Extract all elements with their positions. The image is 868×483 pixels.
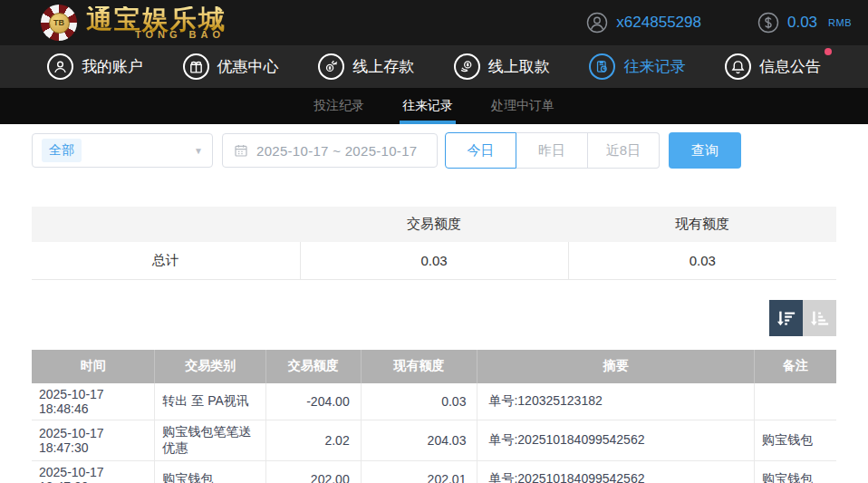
category-select[interactable]: 全部 ▼ bbox=[32, 133, 213, 168]
bell-icon bbox=[725, 53, 751, 80]
site-logo[interactable]: TB 通宝娱乐城 TONG BAO bbox=[41, 5, 227, 41]
search-button[interactable]: 查询 bbox=[669, 132, 741, 169]
sub-navigation: 投注纪录 往来记录 处理中订单 bbox=[0, 88, 868, 124]
cell-amount: 202.00 bbox=[265, 460, 361, 483]
top-header: TB 通宝娱乐城 TONG BAO x624855298 0.03 RMB bbox=[0, 0, 868, 45]
summary-header-transaction: 交易额度 bbox=[300, 207, 568, 242]
tab-processing-orders[interactable]: 处理中订单 bbox=[488, 88, 557, 124]
quick-date-button-group: 今日 昨日 近8日 bbox=[445, 132, 660, 169]
cell-summary: 单号:120325123182 bbox=[477, 383, 754, 420]
col-header-balance: 现有额度 bbox=[361, 350, 477, 383]
col-header-time: 时间 bbox=[32, 350, 155, 383]
sort-ascending-button[interactable] bbox=[803, 300, 836, 336]
cell-type: 购宝钱包 bbox=[155, 460, 266, 483]
table-row: 2025-10-17 18:47:30 购宝钱包 202.00 202.01 单… bbox=[32, 460, 836, 483]
nav-withdraw[interactable]: 线上取款 bbox=[454, 53, 550, 80]
user-circle-icon bbox=[586, 12, 608, 34]
nav-my-account[interactable]: 我的账户 bbox=[47, 53, 143, 80]
sort-controls bbox=[32, 300, 836, 336]
chevron-down-icon: ▼ bbox=[194, 146, 203, 156]
currency-label: RMB bbox=[828, 17, 852, 28]
nav-transaction-records[interactable]: 往来记录 bbox=[589, 53, 685, 80]
col-header-amount: 交易额度 bbox=[265, 350, 361, 383]
summary-total-label: 总计 bbox=[32, 242, 300, 279]
gift-icon bbox=[183, 53, 209, 80]
records-table: 时间 交易类别 交易额度 现有额度 摘要 备注 2025-10-17 18:48… bbox=[32, 350, 836, 483]
summary-header-balance: 现有额度 bbox=[568, 207, 836, 242]
dollar-circle-icon bbox=[757, 12, 779, 34]
col-header-summary: 摘要 bbox=[477, 350, 754, 383]
cell-summary: 单号:202510184099542562 bbox=[477, 420, 754, 460]
nav-promotions[interactable]: 优惠中心 bbox=[183, 53, 279, 80]
cell-time: 2025-10-17 18:47:30 bbox=[32, 420, 155, 460]
summary-balance-total: 0.03 bbox=[568, 242, 836, 279]
summary-transaction-total: 0.03 bbox=[300, 242, 568, 279]
tab-transaction-records[interactable]: 往来记录 bbox=[400, 88, 456, 124]
username-text: x624855298 bbox=[616, 14, 701, 32]
balance-amount: 0.03 bbox=[787, 14, 817, 32]
last-8-days-button[interactable]: 近8日 bbox=[588, 132, 660, 169]
chip-core-label: TB bbox=[49, 13, 70, 34]
cell-remark: 购宝钱包 bbox=[754, 460, 836, 483]
cell-time: 2025-10-17 18:47:30 bbox=[32, 460, 155, 483]
records-icon bbox=[589, 53, 615, 80]
main-navigation: 我的账户 优惠中心 线上存款 线上取款 bbox=[0, 45, 868, 88]
filter-row: 全部 ▼ 2025-10-17 ~ 2025-10-17 今日 昨日 近8日 查… bbox=[32, 132, 836, 169]
account-balance[interactable]: 0.03 RMB bbox=[757, 12, 852, 34]
cell-balance: 204.03 bbox=[361, 420, 477, 460]
calendar-icon bbox=[234, 143, 248, 158]
date-range-value: 2025-10-17 ~ 2025-10-17 bbox=[256, 143, 417, 159]
table-row: 2025-10-17 18:48:46 转出 至 PA视讯 -204.00 0.… bbox=[32, 383, 836, 420]
cell-type: 购宝钱包笔笔送优惠 bbox=[155, 420, 266, 460]
withdraw-icon bbox=[454, 53, 480, 80]
cell-balance: 202.01 bbox=[361, 460, 477, 483]
cell-amount: 2.02 bbox=[265, 420, 361, 460]
summary-header-empty bbox=[32, 207, 300, 242]
summary-total-row: 总计 0.03 0.03 bbox=[32, 242, 836, 279]
sort-ascending-icon bbox=[810, 308, 830, 328]
sort-descending-icon bbox=[776, 308, 796, 328]
account-username[interactable]: x624855298 bbox=[586, 12, 701, 34]
content-area: 全部 ▼ 2025-10-17 ~ 2025-10-17 今日 昨日 近8日 查… bbox=[0, 124, 868, 483]
cell-remark bbox=[754, 383, 836, 420]
cell-amount: -204.00 bbox=[265, 383, 361, 420]
cell-remark: 购宝钱包 bbox=[754, 420, 836, 460]
cell-summary: 单号:202510184099542562 bbox=[477, 460, 754, 483]
col-header-type: 交易类别 bbox=[155, 350, 266, 383]
user-icon bbox=[47, 53, 73, 80]
cell-type: 转出 至 PA视讯 bbox=[155, 383, 266, 420]
tab-betting-records[interactable]: 投注纪录 bbox=[311, 88, 367, 124]
yesterday-button[interactable]: 昨日 bbox=[516, 132, 588, 169]
notification-dot bbox=[825, 48, 832, 55]
site-subtitle: TONG BAO bbox=[135, 30, 227, 40]
records-header-row: 时间 交易类别 交易额度 现有额度 摘要 备注 bbox=[32, 350, 836, 383]
date-range-input[interactable]: 2025-10-17 ~ 2025-10-17 bbox=[222, 133, 438, 168]
sort-descending-button[interactable] bbox=[769, 300, 803, 336]
table-row: 2025-10-17 18:47:30 购宝钱包笔笔送优惠 2.02 204.0… bbox=[32, 420, 836, 460]
cell-balance: 0.03 bbox=[361, 383, 477, 420]
col-header-remark: 备注 bbox=[754, 350, 836, 383]
nav-deposit[interactable]: 线上存款 bbox=[318, 53, 414, 80]
deposit-icon bbox=[318, 53, 344, 80]
summary-table: 交易额度 现有额度 总计 0.03 0.03 bbox=[32, 207, 836, 280]
poker-chip-icon: TB bbox=[41, 5, 77, 41]
today-button[interactable]: 今日 bbox=[445, 132, 516, 169]
nav-announcements[interactable]: 信息公告 bbox=[725, 53, 821, 80]
cell-time: 2025-10-17 18:48:46 bbox=[32, 383, 155, 420]
selected-category-tag: 全部 bbox=[42, 139, 82, 162]
